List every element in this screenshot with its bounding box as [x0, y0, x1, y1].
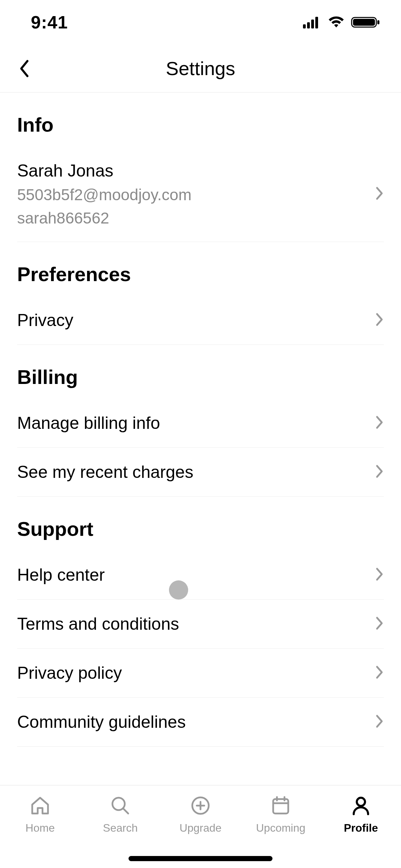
section-title-billing: Billing: [17, 345, 384, 399]
home-indicator[interactable]: [129, 856, 272, 861]
chevron-right-icon: [376, 465, 384, 480]
chevron-right-icon: [376, 313, 384, 328]
tab-upcoming[interactable]: Upcoming: [241, 794, 321, 834]
row-terms-conditions[interactable]: Terms and conditions: [17, 600, 384, 649]
svg-rect-6: [377, 20, 379, 24]
user-name: Sarah Jonas: [17, 161, 192, 181]
section-title-info: Info: [17, 93, 384, 146]
row-label: Manage billing info: [17, 413, 160, 433]
row-label: Privacy: [17, 310, 73, 330]
tab-search[interactable]: Search: [80, 794, 160, 834]
tab-label: Upgrade: [180, 822, 222, 834]
tab-upgrade[interactable]: Upgrade: [160, 794, 241, 834]
back-button[interactable]: [14, 58, 34, 79]
row-label: Privacy policy: [17, 663, 122, 683]
tab-home[interactable]: Home: [0, 794, 80, 834]
svg-rect-5: [353, 19, 375, 26]
status-time: 9:41: [31, 12, 68, 33]
svg-rect-3: [315, 17, 318, 28]
svg-line-8: [123, 809, 128, 813]
row-recent-charges[interactable]: See my recent charges: [17, 448, 384, 497]
section-title-support: Support: [17, 497, 384, 551]
row-manage-billing[interactable]: Manage billing info: [17, 399, 384, 448]
page-title: Settings: [166, 57, 235, 80]
user-username: sarah866562: [17, 209, 192, 227]
svg-point-16: [357, 798, 365, 806]
chevron-right-icon: [376, 616, 384, 631]
chevron-left-icon: [19, 59, 29, 78]
tab-label: Profile: [344, 822, 378, 834]
tab-bar: Home Search Upgrade Upcoming Profile: [0, 785, 401, 868]
battery-icon: [351, 15, 380, 29]
row-help-center[interactable]: Help center: [17, 551, 384, 600]
tab-profile[interactable]: Profile: [321, 794, 401, 834]
row-label: Help center: [17, 565, 105, 585]
touch-indicator: [169, 580, 188, 600]
section-title-preferences: Preferences: [17, 242, 384, 296]
home-icon: [28, 794, 52, 818]
user-email: 5503b5f2@moodjoy.com: [17, 185, 192, 204]
svg-rect-0: [303, 24, 306, 28]
tab-label: Search: [103, 822, 137, 834]
svg-rect-12: [273, 799, 288, 813]
status-icons: [303, 15, 380, 29]
row-label: See my recent charges: [17, 462, 193, 482]
search-icon: [108, 794, 132, 818]
tab-label: Upcoming: [256, 822, 305, 834]
svg-rect-1: [307, 22, 310, 28]
svg-rect-2: [311, 20, 314, 28]
plus-circle-icon: [189, 794, 212, 818]
calendar-icon: [269, 794, 293, 818]
tab-label: Home: [25, 822, 54, 834]
row-profile-info[interactable]: Sarah Jonas 5503b5f2@moodjoy.com sarah86…: [17, 146, 384, 242]
row-label: Terms and conditions: [17, 614, 179, 634]
content: Info Sarah Jonas 5503b5f2@moodjoy.com sa…: [0, 93, 401, 747]
chevron-right-icon: [376, 665, 384, 680]
chevron-right-icon: [376, 186, 384, 202]
header: Settings: [0, 45, 401, 93]
cellular-icon: [303, 16, 321, 28]
row-label: Community guidelines: [17, 712, 186, 732]
row-community-guidelines[interactable]: Community guidelines: [17, 698, 384, 747]
status-bar: 9:41: [0, 0, 401, 45]
chevron-right-icon: [376, 714, 384, 730]
profile-icon: [349, 794, 373, 818]
wifi-icon: [328, 16, 345, 28]
row-privacy[interactable]: Privacy: [17, 296, 384, 345]
row-privacy-policy[interactable]: Privacy policy: [17, 649, 384, 698]
chevron-right-icon: [376, 415, 384, 431]
chevron-right-icon: [376, 567, 384, 582]
